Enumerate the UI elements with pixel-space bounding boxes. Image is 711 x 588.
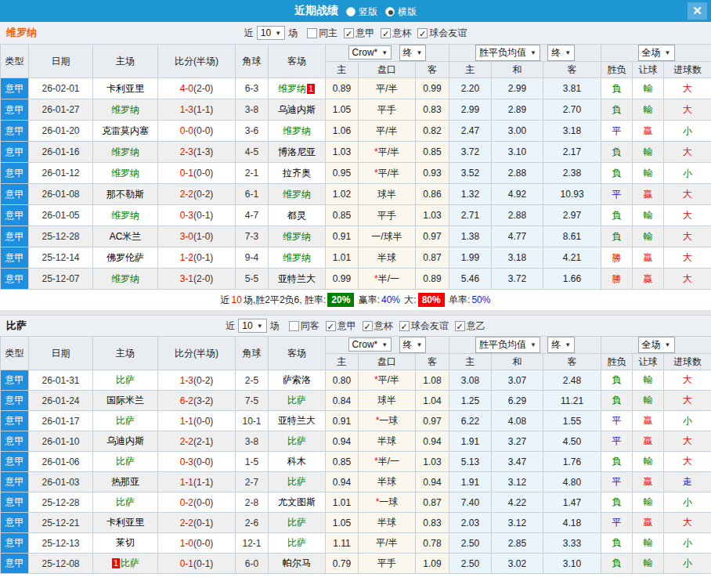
away-team-cell: 都灵 xyxy=(269,205,326,226)
version-radio-竖版[interactable] xyxy=(346,7,356,16)
away-team-cell: 帕尔马 xyxy=(269,554,326,574)
col-header-type: 类型 xyxy=(1,337,29,370)
corner-cell: 2-8 xyxy=(236,492,269,513)
handicap-result-cell: 贏 xyxy=(633,472,664,492)
home-team-cell: 比萨 xyxy=(93,492,158,513)
odds-company-value: Crow* xyxy=(352,47,378,58)
filter-checkbox[interactable] xyxy=(307,28,317,38)
home-team-cell: 克雷莫内塞 xyxy=(93,121,158,142)
odds-company-select[interactable]: Crow*▼ xyxy=(348,337,392,352)
near-label: 近 xyxy=(226,319,235,333)
games-count-select[interactable]: 10▼ xyxy=(238,319,266,333)
col-header-avg-draw: 和 xyxy=(492,354,543,370)
avg-home-cell: 2.50 xyxy=(449,533,492,554)
date-cell: 26-01-20 xyxy=(29,121,93,142)
corner-cell: 2-6 xyxy=(236,513,269,533)
filter-checkbox[interactable]: ✓ xyxy=(363,321,373,331)
avg-final-select[interactable]: 终▼ xyxy=(547,45,575,61)
avg-final-select[interactable]: 终▼ xyxy=(547,337,575,353)
wdl-result-cell: 平 xyxy=(601,513,633,533)
avg-draw-cell: 3.02 xyxy=(492,554,543,574)
filter-checkbox[interactable]: ✓ xyxy=(326,321,336,331)
filter-checkbox[interactable]: ✓ xyxy=(399,321,410,331)
close-button[interactable]: ✕ xyxy=(688,2,707,20)
handicap-cell: 半球 xyxy=(359,472,416,492)
handicap-result-cell: 贏 xyxy=(633,431,664,452)
avg-away-cell: 3.81 xyxy=(543,78,601,99)
score-cell: 2-2(0-1) xyxy=(158,513,236,533)
avg-draw-cell: 2.89 xyxy=(492,99,543,121)
avg-away-cell: 3.33 xyxy=(543,533,601,554)
date-cell: 25-12-28 xyxy=(29,492,93,513)
odds-final-select[interactable]: 终▼ xyxy=(399,337,427,353)
date-cell: 25-12-07 xyxy=(29,269,93,290)
team-name-text: 国际米兰 xyxy=(106,395,144,406)
col-header-avg-home: 主 xyxy=(449,62,492,78)
wdl-result-cell: 負 xyxy=(601,492,633,513)
version-radio-横版[interactable] xyxy=(385,7,395,16)
league-cell: 意甲 xyxy=(1,78,29,99)
team-name-text: 比萨 xyxy=(116,415,135,426)
chevron-down-icon: ▼ xyxy=(257,323,263,330)
scope-select[interactable]: 全场▼ xyxy=(638,337,675,353)
filter-checkbox[interactable]: ✓ xyxy=(381,28,391,38)
filter-checkbox[interactable]: ✓ xyxy=(455,321,465,331)
avg-draw-cell: 3.12 xyxy=(492,472,543,492)
league-cell: 意甲 xyxy=(1,99,29,121)
home-team-cell: 维罗纳 xyxy=(93,205,158,226)
avg-home-cell: 7.40 xyxy=(449,492,492,513)
home-team-cell: 维罗纳 xyxy=(93,99,158,121)
handicap-cell: 半球 xyxy=(359,247,416,269)
team-name-text: 科木 xyxy=(287,456,306,467)
scope-value: 全场 xyxy=(642,46,661,60)
match-row: 意甲26-01-24国际米兰6-2(3-2)7-5比萨0.84球半1.041.2… xyxy=(1,391,711,411)
col-header-away: 客场 xyxy=(269,337,326,370)
avg-home-cell: 6.22 xyxy=(449,411,492,431)
avg-away-cell: 3.18 xyxy=(543,121,601,142)
summary-segment: 40% xyxy=(381,294,400,305)
avg-type-select[interactable]: 胜平负均值▼ xyxy=(475,45,540,61)
score-cell: 1-3(0-2) xyxy=(158,370,236,391)
summary-segment: 赢率: xyxy=(356,294,380,305)
odds-home-cell: 1.06 xyxy=(326,121,359,142)
avg-away-cell: 1.47 xyxy=(543,492,601,513)
team-name-text: 比萨 xyxy=(287,395,306,406)
filter-checkbox[interactable]: ✓ xyxy=(344,28,354,38)
date-cell: 25-12-21 xyxy=(29,513,93,533)
away-team-cell: 萨索洛 xyxy=(269,370,326,391)
avg-away-cell: 4.80 xyxy=(543,472,601,492)
odds-final-select[interactable]: 终▼ xyxy=(399,45,427,61)
games-count-select[interactable]: 10▼ xyxy=(257,26,285,40)
league-cell: 意甲 xyxy=(1,121,29,142)
avg-type-select[interactable]: 胜平负均值▼ xyxy=(475,337,540,353)
wdl-result-cell: 平 xyxy=(601,121,633,142)
chevron-down-icon: ▼ xyxy=(665,341,671,348)
chevron-down-icon: ▼ xyxy=(665,49,671,56)
filter-checkbox[interactable]: ✓ xyxy=(417,28,428,38)
odds-home-cell: 1.05 xyxy=(326,99,359,121)
league-cell: 意甲 xyxy=(1,431,29,452)
corner-cell: 4-7 xyxy=(236,205,269,226)
odds-away-cell: 0.87 xyxy=(416,492,449,513)
avg-draw-cell: 4.92 xyxy=(492,184,543,205)
handicap-cell: 球半 xyxy=(359,184,416,205)
home-team-cell: 卡利亚里 xyxy=(93,513,158,533)
scope-select[interactable]: 全场▼ xyxy=(638,45,675,61)
filter-checkbox[interactable] xyxy=(289,321,299,331)
wdl-result-cell: 平 xyxy=(601,411,633,431)
games-count-value: 10 xyxy=(261,27,271,38)
games-label: 场 xyxy=(288,27,298,40)
handicap-cell: 平手 xyxy=(359,205,416,226)
avg-home-cell: 2.20 xyxy=(449,78,492,99)
team-name-text: 维罗纳 xyxy=(278,83,306,94)
chevron-down-icon: ▼ xyxy=(417,49,423,56)
team-name-text: 维罗纳 xyxy=(283,252,311,263)
avg-final-value: 终 xyxy=(551,46,561,60)
handicap-cell: 平手 xyxy=(359,99,416,121)
team-name-text: 乌迪内斯 xyxy=(278,104,316,115)
odds-company-select[interactable]: Crow*▼ xyxy=(348,45,392,60)
avg-home-cell: 1.91 xyxy=(449,472,492,492)
odds-away-cell: 0.87 xyxy=(416,247,449,269)
away-team-cell: 比萨 xyxy=(269,533,326,554)
avg-draw-cell: 3.07 xyxy=(492,370,543,391)
